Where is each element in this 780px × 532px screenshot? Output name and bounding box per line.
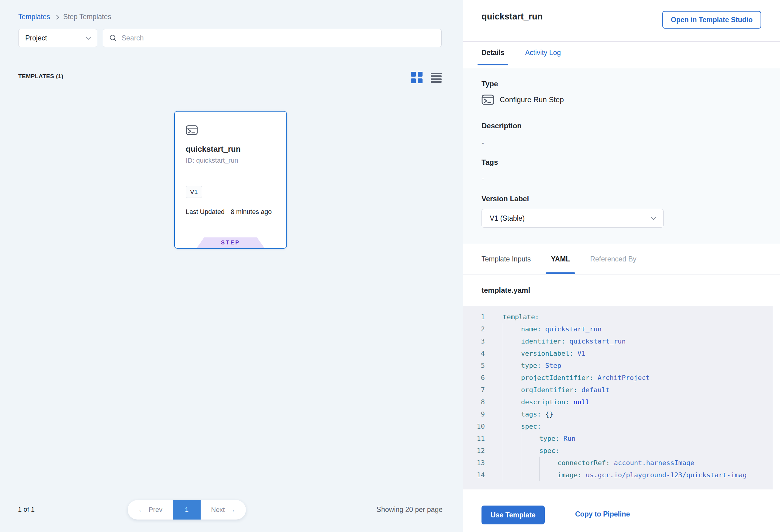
next-page-button[interactable]: Next →	[201, 500, 246, 520]
templates-count-label: TEMPLATES (1)	[18, 73, 63, 80]
yaml-line: 13connectorRef: account.harnessImage	[462, 456, 780, 469]
chevron-down-icon	[651, 215, 656, 220]
tab-activity-log[interactable]: Activity Log	[525, 49, 561, 65]
template-details-panel: quickstart_run Open in Template Studio D…	[462, 0, 780, 532]
per-page-label: Showing 20 per page	[351, 505, 443, 514]
grid-view-icon	[411, 72, 416, 77]
tab-details[interactable]: Details	[482, 49, 504, 65]
last-updated-label: Last Updated	[186, 208, 225, 216]
yaml-file-name: template.yaml	[482, 286, 530, 295]
step-type-badge: STEP	[197, 237, 264, 248]
code-scrollbar[interactable]	[773, 306, 780, 489]
template-card-id: ID: quickstart_run	[186, 156, 276, 164]
yaml-line: 6projectIdentifier: ArchitProject	[462, 372, 780, 384]
breadcrumb: Templates Step Templates	[18, 13, 111, 21]
description-label: Description	[482, 122, 522, 130]
use-template-button[interactable]: Use Template	[482, 505, 545, 524]
search-icon	[109, 34, 117, 42]
version-select-value: V1 (Stable)	[490, 214, 525, 223]
tags-label: Tags	[482, 158, 498, 166]
description-value: -	[482, 138, 484, 147]
list-view-icon	[431, 72, 442, 74]
panel-title: quickstart_run	[482, 11, 543, 21]
yaml-line: 12spec:	[462, 444, 780, 456]
terminal-icon	[186, 125, 198, 135]
yaml-line: 7orgIdentifier: default	[462, 384, 780, 396]
arrow-right-icon: →	[229, 506, 236, 514]
panel-actions: Use Template Copy to Pipeline	[462, 489, 780, 532]
prev-page-button[interactable]: ← Prev	[128, 500, 173, 520]
list-view-button[interactable]	[431, 72, 442, 83]
yaml-line: 8description: null	[462, 396, 780, 408]
last-updated-value: 8 minutes ago	[231, 208, 272, 216]
yaml-line: 4versionLabel: V1	[462, 347, 780, 359]
scope-select[interactable]: Project	[18, 29, 97, 47]
type-label: Type	[482, 80, 498, 88]
tab-yaml[interactable]: YAML	[551, 244, 570, 274]
page-summary: 1 of 1	[18, 505, 35, 514]
scope-select-value: Project	[25, 34, 47, 42]
details-section: Type Configure Run Step Description - Ta…	[462, 68, 780, 244]
breadcrumb-current: Step Templates	[63, 13, 111, 21]
yaml-line: 1template:	[462, 311, 780, 323]
templates-list-panel: Templates Step Templates Project TEMPLAT…	[0, 0, 462, 532]
panel-tabs: Details Activity Log	[482, 49, 561, 65]
tags-value: -	[482, 174, 484, 183]
breadcrumb-templates-link[interactable]: Templates	[18, 13, 50, 21]
yaml-line: 3identifier: quickstart_run	[462, 335, 780, 347]
tab-template-inputs[interactable]: Template Inputs	[482, 244, 531, 274]
search-input[interactable]	[121, 34, 435, 42]
grid-view-button[interactable]	[411, 72, 423, 83]
yaml-line: 9tags: {}	[462, 408, 780, 420]
detail-subtabs: Template Inputs YAML Referenced By	[462, 244, 780, 275]
open-in-template-studio-button[interactable]: Open in Template Studio	[662, 11, 761, 29]
yaml-file-band: template.yaml	[462, 275, 780, 306]
version-select[interactable]: V1 (Stable)	[482, 209, 664, 228]
yaml-line: 11type: Run	[462, 432, 780, 444]
type-value: Configure Run Step	[500, 95, 564, 104]
last-updated-row: Last Updated 8 minutes ago	[186, 208, 276, 216]
yaml-line: 10spec:	[462, 420, 780, 432]
version-label: Version Label	[482, 195, 529, 203]
header-divider	[462, 41, 780, 42]
template-card[interactable]: quickstart_run ID: quickstart_run V1 Las…	[174, 111, 287, 249]
terminal-icon	[482, 94, 494, 105]
pagination: ← Prev 1 Next →	[128, 500, 246, 520]
arrow-left-icon: ←	[138, 506, 145, 514]
chevron-right-icon	[54, 15, 59, 20]
template-card-title: quickstart_run	[186, 144, 276, 154]
version-badge: V1	[186, 186, 202, 198]
yaml-code: 1template:2name: quickstart_run3identifi…	[462, 306, 780, 489]
copy-to-pipeline-link[interactable]: Copy to Pipeline	[575, 510, 630, 518]
chevron-down-icon	[86, 35, 91, 40]
yaml-line: 14image: us.gcr.io/playground-123/quicks…	[462, 469, 780, 481]
search-box[interactable]	[103, 29, 442, 47]
yaml-line: 5type: Step	[462, 359, 780, 372]
page-1-button[interactable]: 1	[173, 500, 201, 520]
type-value-row: Configure Run Step	[482, 94, 564, 105]
tab-referenced-by[interactable]: Referenced By	[590, 244, 636, 274]
templates-page: Templates Step Templates Project TEMPLAT…	[0, 0, 780, 532]
yaml-line: 2name: quickstart_run	[462, 323, 780, 335]
